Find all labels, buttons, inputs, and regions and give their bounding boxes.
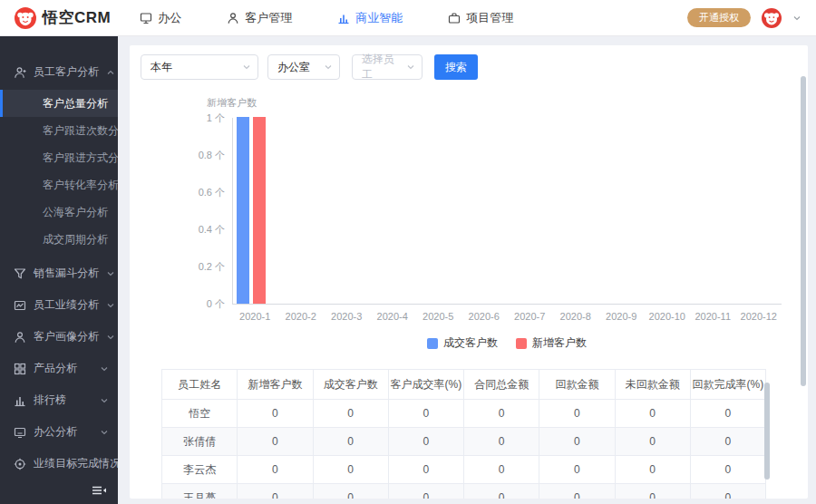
column-header: 成交客户数 (313, 370, 388, 400)
nav-item-users[interactable]: 客户管理 (227, 10, 292, 26)
sidebar-item-label: 员工业绩分析 (34, 297, 99, 313)
chevron-down-icon (106, 269, 115, 278)
x-axis-tick: 2020-8 (553, 311, 599, 322)
search-button[interactable]: 搜索 (434, 54, 478, 80)
value-cell: 0 (464, 484, 539, 499)
chart-title: 新增客户数 (207, 96, 808, 110)
sidebar-subitem[interactable]: 公海客户分析 (0, 199, 118, 226)
sidebar-collapse-icon[interactable] (92, 484, 107, 497)
x-axis-tick: 2020-5 (415, 311, 461, 322)
table-header-row: 员工姓名新增客户数成交客户数客户成交率(%)合同总金额回款金额未回款金额回款完成… (162, 370, 766, 400)
nav-item-briefcase[interactable]: 项目管理 (448, 10, 513, 26)
sidebar-item-funnel[interactable]: 销售漏斗分析 (0, 257, 118, 289)
value-cell: 0 (690, 428, 765, 456)
column-header: 回款金额 (539, 370, 615, 400)
legend-item[interactable]: 成交客户数 (427, 335, 498, 351)
value-cell: 0 (539, 456, 615, 484)
column-header: 客户成交率(%) (388, 370, 463, 400)
sidebar-item-label: 客户画像分析 (34, 329, 99, 344)
y-axis-tick: 0.8 个 (199, 149, 225, 162)
sidebar-subitem[interactable]: 客户跟进次数分析 (0, 117, 118, 144)
sidebar-item-ranking[interactable]: 排行榜 (0, 384, 118, 416)
table-row: 悟空0000000 (162, 400, 766, 428)
authorize-button[interactable]: 开通授权 (687, 8, 751, 27)
sidebar-submenu: 客户总量分析客户跟进次数分析客户跟进方式分析客户转化率分析公海客户分析成交周期分… (0, 88, 118, 257)
monkey-logo-icon (15, 7, 36, 29)
value-cell: 0 (615, 456, 690, 484)
app-window: 悟空CRM 办公客户管理商业智能项目管理 开通授权 员工客户分析客户总量分析客户… (0, 0, 816, 504)
table-scrollbar[interactable] (764, 383, 770, 480)
value-cell: 0 (313, 400, 388, 428)
barchart-icon (337, 12, 350, 24)
user-avatar[interactable] (762, 8, 782, 28)
value-cell: 0 (690, 484, 765, 499)
x-axis-tick: 2020-1 (232, 311, 278, 322)
chart-bar-成交客户数 (237, 117, 249, 304)
employee-name-cell: 王月蔓 (162, 484, 238, 499)
x-axis-tick: 2020-7 (507, 311, 553, 322)
sidebar-item-label: 员工客户分析 (34, 64, 99, 80)
trend-icon (14, 299, 26, 312)
sidebar-subitem[interactable]: 成交周期分析 (0, 226, 118, 253)
chevron-down-icon (242, 63, 251, 72)
employee-select[interactable]: 选择员工 (352, 54, 423, 80)
sidebar-item-label: 排行榜 (34, 393, 66, 408)
app-logo[interactable]: 悟空CRM (15, 7, 111, 29)
value-cell: 0 (388, 484, 463, 499)
sidebar-subitem[interactable]: 客户跟进方式分析 (0, 144, 118, 171)
chevron-down-icon (106, 333, 115, 342)
value-cell: 0 (464, 456, 539, 484)
header-right: 开通授权 (687, 8, 801, 28)
sidebar-subitem[interactable]: 客户转化率分析 (0, 171, 118, 199)
legend-item[interactable]: 新增客户数 (516, 335, 587, 351)
employee-name-cell: 悟空 (162, 400, 238, 428)
value-cell: 0 (690, 456, 765, 484)
value-cell: 0 (313, 428, 388, 456)
value-cell: 0 (388, 428, 463, 456)
time-range-select[interactable]: 本年 (141, 54, 258, 80)
chart-plot-area: 1 个0.8 个0.6 个0.4 个0.2 个0 个 (232, 118, 782, 305)
department-select[interactable]: 办公室 (267, 54, 340, 80)
time-range-value: 本年 (151, 60, 172, 75)
chevron-up-icon (106, 68, 115, 77)
table-row: 王月蔓0000000 (162, 484, 766, 499)
bar-chart: 新增客户数 1 个0.8 个0.6 个0.4 个0.2 个0 个 2020-12… (130, 96, 808, 351)
sidebar-subitem[interactable]: 客户总量分析 (0, 90, 118, 117)
value-cell: 0 (388, 456, 463, 484)
sidebar-item-target[interactable]: 业绩目标完成情况 (0, 448, 118, 480)
value-cell: 0 (539, 428, 615, 456)
sidebar-item-trend[interactable]: 员工业绩分析 (0, 289, 118, 321)
value-cell: 0 (313, 484, 388, 499)
nav-item-label: 项目管理 (466, 10, 513, 26)
table-row: 李云杰0000000 (162, 456, 766, 484)
y-axis-tick: 0.6 个 (199, 186, 225, 199)
nav-item-label: 办公 (158, 10, 181, 26)
sidebar-item-office[interactable]: 办公分析 (0, 416, 118, 448)
funnel-icon (14, 267, 26, 280)
y-axis-tick: 0 个 (207, 297, 225, 311)
employee-name-cell: 李云杰 (162, 456, 238, 484)
sidebar-item-grid[interactable]: 产品分析 (0, 353, 118, 384)
value-cell: 0 (238, 400, 313, 428)
chevron-down-icon (406, 63, 415, 72)
x-axis-tick: 2020-11 (690, 311, 736, 322)
table-row: 张倩倩0000000 (162, 428, 766, 456)
monkey-avatar-icon (762, 8, 782, 28)
page-scrollbar[interactable] (801, 76, 806, 386)
sidebar-item-label: 业绩目标完成情况 (34, 456, 121, 471)
column-header: 员工姓名 (162, 370, 238, 400)
value-cell: 0 (464, 400, 539, 428)
logo-text: 悟空CRM (43, 7, 111, 28)
user-menu-caret-icon[interactable] (792, 14, 801, 23)
value-cell: 0 (238, 456, 313, 484)
sidebar-item-user-analysis[interactable]: 员工客户分析 (0, 56, 118, 88)
filter-bar: 本年 办公室 选择员工 搜索 (130, 45, 808, 80)
nav-item-monitor[interactable]: 办公 (140, 10, 181, 26)
value-cell: 0 (388, 400, 463, 428)
sidebar-item-user[interactable]: 客户画像分析 (0, 321, 118, 353)
y-axis-tick: 1 个 (207, 111, 225, 125)
employee-stats-table: 员工姓名新增客户数成交客户数客户成交率(%)合同总金额回款金额未回款金额回款完成… (161, 369, 766, 499)
chevron-down-icon (106, 301, 115, 310)
column-header: 未回款金额 (615, 370, 690, 400)
nav-item-barchart[interactable]: 商业智能 (337, 10, 403, 26)
